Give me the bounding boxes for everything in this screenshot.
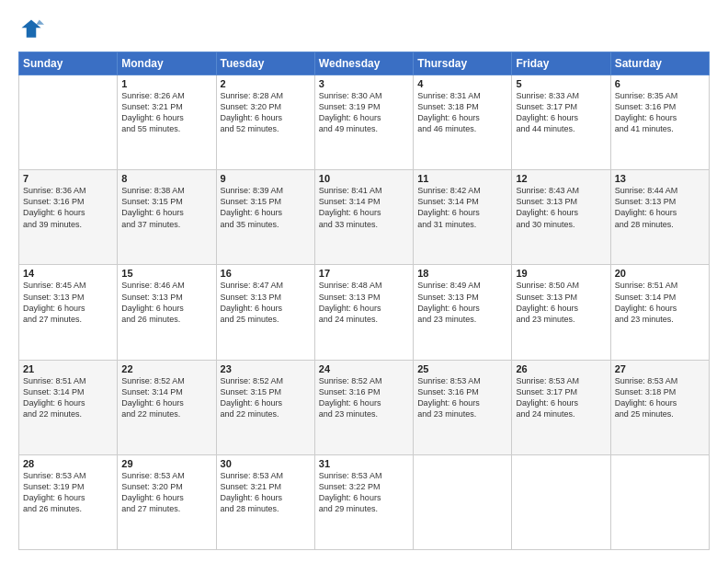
day-header-friday: Friday [512,52,610,75]
calendar-cell [19,75,118,170]
cell-info: Sunrise: 8:51 AMSunset: 3:14 PMDaylight:… [615,280,705,325]
calendar-cell: 20Sunrise: 8:51 AMSunset: 3:14 PMDayligh… [610,265,709,360]
logo [18,17,48,42]
cell-info: Sunrise: 8:39 AMSunset: 3:15 PMDaylight:… [221,185,311,230]
calendar-header-row: SundayMondayTuesdayWednesdayThursdayFrid… [19,52,710,75]
calendar-cell: 14Sunrise: 8:45 AMSunset: 3:13 PMDayligh… [19,265,118,360]
cell-info: Sunrise: 8:53 AMSunset: 3:21 PMDaylight:… [221,470,311,515]
cell-date-number: 25 [417,363,507,374]
cell-date-number: 16 [221,268,311,279]
day-header-tuesday: Tuesday [216,52,314,75]
cell-date-number: 20 [615,268,705,279]
cell-date-number: 2 [221,78,311,89]
calendar-cell: 29Sunrise: 8:53 AMSunset: 3:20 PMDayligh… [118,454,216,549]
cell-date-number: 19 [516,268,606,279]
cell-date-number: 11 [417,173,507,184]
cell-info: Sunrise: 8:53 AMSunset: 3:18 PMDaylight:… [615,375,705,420]
cell-date-number: 29 [121,458,211,469]
cell-info: Sunrise: 8:52 AMSunset: 3:16 PMDaylight:… [319,375,409,420]
cell-info: Sunrise: 8:53 AMSunset: 3:16 PMDaylight:… [417,375,507,420]
calendar-cell: 6Sunrise: 8:35 AMSunset: 3:16 PMDaylight… [610,75,709,170]
cell-date-number: 14 [23,268,113,279]
calendar-cell: 13Sunrise: 8:44 AMSunset: 3:13 PMDayligh… [610,170,709,265]
calendar-cell: 7Sunrise: 8:36 AMSunset: 3:16 PMDaylight… [19,170,118,265]
calendar-cell: 11Sunrise: 8:42 AMSunset: 3:14 PMDayligh… [414,170,512,265]
cell-date-number: 26 [516,363,606,374]
cell-info: Sunrise: 8:45 AMSunset: 3:13 PMDaylight:… [23,280,113,325]
calendar-cell: 15Sunrise: 8:46 AMSunset: 3:13 PMDayligh… [118,265,216,360]
cell-date-number: 18 [417,268,507,279]
cell-info: Sunrise: 8:33 AMSunset: 3:17 PMDaylight:… [516,90,606,135]
calendar-cell: 9Sunrise: 8:39 AMSunset: 3:15 PMDaylight… [216,170,314,265]
calendar-cell: 28Sunrise: 8:53 AMSunset: 3:19 PMDayligh… [19,454,118,549]
calendar-cell: 24Sunrise: 8:52 AMSunset: 3:16 PMDayligh… [314,360,413,454]
calendar-cell: 30Sunrise: 8:53 AMSunset: 3:21 PMDayligh… [216,454,314,549]
calendar-cell [512,454,610,549]
cell-info: Sunrise: 8:53 AMSunset: 3:20 PMDaylight:… [121,470,211,515]
cell-info: Sunrise: 8:31 AMSunset: 3:18 PMDaylight:… [417,90,507,135]
calendar-cell: 1Sunrise: 8:26 AMSunset: 3:21 PMDaylight… [118,75,216,170]
calendar-cell [610,454,709,549]
calendar-week-row: 28Sunrise: 8:53 AMSunset: 3:19 PMDayligh… [19,454,710,549]
cell-info: Sunrise: 8:41 AMSunset: 3:14 PMDaylight:… [319,185,409,230]
logo-icon [18,17,44,42]
cell-date-number: 3 [319,78,409,89]
cell-info: Sunrise: 8:53 AMSunset: 3:19 PMDaylight:… [23,470,113,515]
header [18,17,710,42]
cell-info: Sunrise: 8:47 AMSunset: 3:13 PMDaylight:… [221,280,311,325]
cell-info: Sunrise: 8:48 AMSunset: 3:13 PMDaylight:… [319,280,409,325]
cell-info: Sunrise: 8:53 AMSunset: 3:17 PMDaylight:… [516,375,606,420]
calendar-cell: 4Sunrise: 8:31 AMSunset: 3:18 PMDaylight… [414,75,512,170]
cell-info: Sunrise: 8:43 AMSunset: 3:13 PMDaylight:… [516,185,606,230]
calendar-table: SundayMondayTuesdayWednesdayThursdayFrid… [18,52,710,550]
day-header-saturday: Saturday [610,52,709,75]
cell-info: Sunrise: 8:38 AMSunset: 3:15 PMDaylight:… [121,185,211,230]
calendar-cell: 17Sunrise: 8:48 AMSunset: 3:13 PMDayligh… [314,265,413,360]
day-header-sunday: Sunday [19,52,118,75]
cell-info: Sunrise: 8:50 AMSunset: 3:13 PMDaylight:… [516,280,606,325]
cell-info: Sunrise: 8:42 AMSunset: 3:14 PMDaylight:… [417,185,507,230]
cell-info: Sunrise: 8:46 AMSunset: 3:13 PMDaylight:… [121,280,211,325]
cell-info: Sunrise: 8:51 AMSunset: 3:14 PMDaylight:… [23,375,113,420]
calendar-cell: 31Sunrise: 8:53 AMSunset: 3:22 PMDayligh… [314,454,413,549]
calendar-cell: 26Sunrise: 8:53 AMSunset: 3:17 PMDayligh… [512,360,610,454]
cell-date-number: 4 [417,78,507,89]
cell-info: Sunrise: 8:53 AMSunset: 3:22 PMDaylight:… [319,470,409,515]
calendar-cell: 16Sunrise: 8:47 AMSunset: 3:13 PMDayligh… [216,265,314,360]
cell-date-number: 28 [23,458,113,469]
cell-info: Sunrise: 8:30 AMSunset: 3:19 PMDaylight:… [319,90,409,135]
cell-date-number: 30 [221,458,311,469]
calendar-cell: 25Sunrise: 8:53 AMSunset: 3:16 PMDayligh… [414,360,512,454]
cell-date-number: 5 [516,78,606,89]
cell-date-number: 24 [319,363,409,374]
cell-info: Sunrise: 8:52 AMSunset: 3:14 PMDaylight:… [121,375,211,420]
cell-date-number: 6 [615,78,705,89]
cell-info: Sunrise: 8:35 AMSunset: 3:16 PMDaylight:… [615,90,705,135]
cell-info: Sunrise: 8:28 AMSunset: 3:20 PMDaylight:… [221,90,311,135]
cell-info: Sunrise: 8:49 AMSunset: 3:13 PMDaylight:… [417,280,507,325]
calendar-cell: 12Sunrise: 8:43 AMSunset: 3:13 PMDayligh… [512,170,610,265]
calendar-week-row: 21Sunrise: 8:51 AMSunset: 3:14 PMDayligh… [19,360,710,454]
calendar-cell: 8Sunrise: 8:38 AMSunset: 3:15 PMDaylight… [118,170,216,265]
cell-date-number: 9 [221,173,311,184]
cell-date-number: 10 [319,173,409,184]
day-header-monday: Monday [118,52,216,75]
calendar-cell: 10Sunrise: 8:41 AMSunset: 3:14 PMDayligh… [314,170,413,265]
day-header-thursday: Thursday [414,52,512,75]
cell-date-number: 13 [615,173,705,184]
calendar-week-row: 1Sunrise: 8:26 AMSunset: 3:21 PMDaylight… [19,75,710,170]
cell-date-number: 17 [319,268,409,279]
cell-date-number: 7 [23,173,113,184]
calendar-cell: 22Sunrise: 8:52 AMSunset: 3:14 PMDayligh… [118,360,216,454]
calendar-cell: 5Sunrise: 8:33 AMSunset: 3:17 PMDaylight… [512,75,610,170]
cell-info: Sunrise: 8:36 AMSunset: 3:16 PMDaylight:… [23,185,113,230]
calendar-cell: 21Sunrise: 8:51 AMSunset: 3:14 PMDayligh… [19,360,118,454]
cell-info: Sunrise: 8:52 AMSunset: 3:15 PMDaylight:… [221,375,311,420]
calendar-cell: 27Sunrise: 8:53 AMSunset: 3:18 PMDayligh… [610,360,709,454]
page: SundayMondayTuesdayWednesdayThursdayFrid… [0,0,728,563]
cell-date-number: 23 [221,363,311,374]
cell-date-number: 12 [516,173,606,184]
calendar-cell: 18Sunrise: 8:49 AMSunset: 3:13 PMDayligh… [414,265,512,360]
calendar-cell [414,454,512,549]
cell-date-number: 8 [121,173,211,184]
